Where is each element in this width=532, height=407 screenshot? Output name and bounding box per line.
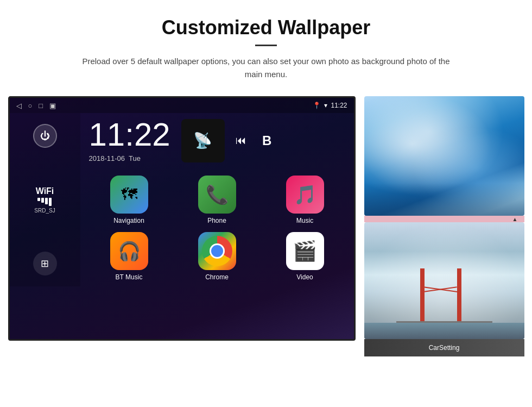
wifi-ssid: SRD_SJ xyxy=(34,208,55,214)
wallpaper-mid-stripe: ▲ xyxy=(364,216,524,222)
android-screen: ◁ ○ □ ▣ 📍 ▾ 11:22 ⏻ WiFi xyxy=(8,96,356,341)
apps-grid-button[interactable]: ⊞ xyxy=(33,252,57,275)
status-time: 11:22 xyxy=(331,102,347,109)
wifi-block: WiFi SRD_SJ xyxy=(34,186,55,214)
car-setting-bar[interactable]: CarSetting xyxy=(364,339,524,356)
video-app-icon: 🎬 xyxy=(293,240,317,262)
bt-music-app-icon: 🎧 xyxy=(118,240,141,262)
status-bar: ◁ ○ □ ▣ 📍 ▾ 11:22 xyxy=(10,98,354,113)
wifi-label: WiFi xyxy=(34,186,55,196)
location-icon: 📍 xyxy=(313,102,321,109)
app-navigation[interactable]: 🗺 Navigation xyxy=(89,176,169,224)
app-video[interactable]: 🎬 Video xyxy=(265,232,345,281)
power-icon: ⏻ xyxy=(40,130,50,142)
title-divider xyxy=(255,45,277,46)
phone-app-icon: 📞 xyxy=(206,184,229,205)
app-video-label: Video xyxy=(296,273,313,281)
page-subtitle: Preload over 5 default wallpaper options… xyxy=(76,55,456,81)
app-navigation-label: Navigation xyxy=(113,217,144,224)
app-chrome[interactable]: Chrome xyxy=(177,232,257,281)
nav-back-icon[interactable]: ◁ xyxy=(16,102,22,110)
app-music-label: Music xyxy=(296,217,313,224)
wifi-signal-icon: ▾ xyxy=(324,102,327,109)
app-phone-label: Phone xyxy=(207,217,226,224)
wifi-bar-1 xyxy=(37,198,40,201)
app-bt-music-label: BT Music xyxy=(116,273,143,281)
android-sidebar: ⏻ WiFi SRD_SJ ⊞ xyxy=(10,113,80,286)
wifi-bar-2 xyxy=(41,198,44,203)
wallpaper-bridge[interactable] xyxy=(364,222,524,339)
power-button[interactable]: ⏻ xyxy=(33,124,57,148)
app-chrome-label: Chrome xyxy=(205,273,229,281)
media-label: B xyxy=(257,131,277,151)
page-title: Customized Wallpaper xyxy=(162,16,371,39)
radio-widget[interactable]: 📡 xyxy=(181,119,225,162)
music-app-icon: 🎵 xyxy=(294,184,316,205)
chrome-app-icon xyxy=(202,236,232,266)
car-setting-label: CarSetting xyxy=(429,344,460,352)
apps-grid: 🗺 Navigation 📞 Phone 🎵 xyxy=(89,176,345,281)
app-phone[interactable]: 📞 Phone xyxy=(177,176,257,224)
clock-time: 11:22 xyxy=(89,118,170,151)
nav-recents-icon[interactable]: □ xyxy=(39,102,43,110)
nav-home-icon[interactable]: ○ xyxy=(28,102,33,110)
clock-date: 2018-11-06 Tue xyxy=(89,154,170,162)
wifi-bar-3 xyxy=(45,198,48,204)
app-music[interactable]: 🎵 Music xyxy=(265,176,345,224)
radio-icon: 📡 xyxy=(193,132,212,149)
apps-grid-icon: ⊞ xyxy=(41,258,49,270)
nav-app-icon: 🗺 xyxy=(121,185,137,204)
wallpaper-ice[interactable] xyxy=(364,96,524,216)
android-center: 11:22 2018-11-06 Tue 📡 ⏮ B xyxy=(80,113,354,286)
app-bt-music[interactable]: 🎧 BT Music xyxy=(89,232,169,281)
media-prev-button[interactable]: ⏮ xyxy=(231,131,251,151)
wifi-bar-4 xyxy=(49,198,52,206)
nav-screenshot-icon[interactable]: ▣ xyxy=(49,102,56,110)
wallpaper-thumbnails: ▲ CarSetting xyxy=(364,96,524,356)
